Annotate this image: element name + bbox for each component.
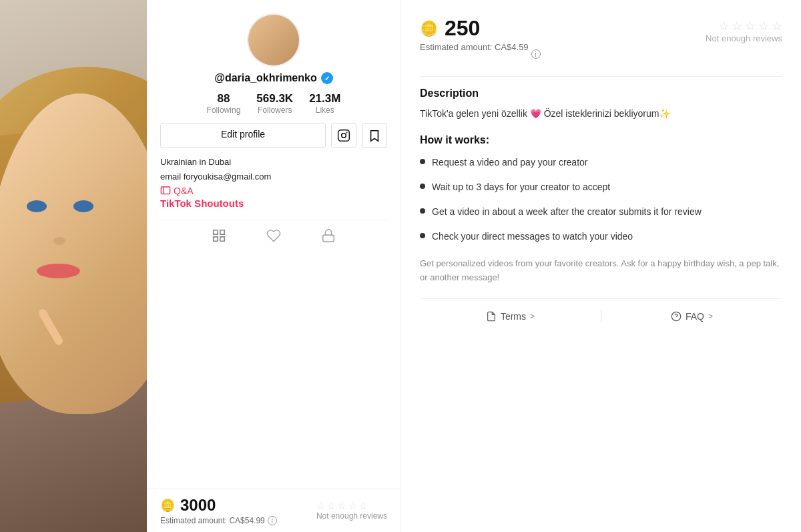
instagram-button[interactable]	[331, 123, 356, 148]
tab-icons-row	[160, 220, 387, 255]
right-not-enough-reviews: Not enough reviews	[706, 33, 782, 43]
bullet-dot-4	[420, 233, 425, 238]
tab-lock-icon[interactable]	[321, 228, 336, 247]
profile-overlay: @daria_okhrimenko ✓ 88 Following 569.3K …	[147, 0, 400, 532]
right-panel: 🪙 250 Estimated amount: CA$4.59 i ☆ ☆ ☆ …	[400, 0, 801, 532]
bullet-item-2: Wait up to 3 days for your creator to ac…	[420, 180, 782, 194]
tab-grid-icon[interactable]	[212, 228, 226, 247]
footer-links: Terms > FAQ >	[420, 298, 782, 323]
bullet-dot-1	[420, 159, 425, 164]
bullet-list: Request a video and pay your creator Wai…	[420, 156, 782, 244]
shoutouts-link[interactable]: TikTok Shoutouts	[160, 198, 387, 209]
bullet-item-4: Check your direct messages to watch your…	[420, 230, 782, 244]
bullet-dot-2	[420, 184, 425, 189]
description-title: Description	[420, 87, 782, 99]
qa-label: Q&A	[174, 186, 194, 196]
stars-row: ☆ ☆ ☆ ☆ ☆	[316, 501, 387, 511]
not-enough-reviews: Not enough reviews	[316, 511, 387, 521]
avatar	[247, 13, 300, 67]
bullet-dot-3	[420, 208, 425, 214]
left-panel: @daria_okhrimenko ✓ 88 Following 569.3K …	[0, 0, 400, 532]
faq-chevron: >	[708, 312, 713, 321]
bio-line-2: email foryoukisa@gmail.com	[160, 171, 387, 183]
svg-point-2	[346, 131, 348, 133]
stat-followers: 569.3K Followers	[256, 92, 293, 115]
tab-heart-icon[interactable]	[266, 228, 281, 247]
bio-line-1: Ukrainian in Dubai	[160, 156, 387, 168]
right-price-number: 250	[445, 16, 480, 41]
estimated-amount: Estimated amount: CA$54.99	[160, 516, 265, 525]
right-coin-icon: 🪙	[420, 20, 438, 37]
star-2: ☆	[327, 501, 336, 511]
divider-1	[420, 76, 782, 77]
right-star-1: ☆	[718, 19, 729, 33]
how-it-works-title: How it works:	[420, 134, 782, 146]
bullet-text-2: Wait up to 3 days for your creator to ac…	[432, 180, 610, 194]
likes-count: 21.3M	[309, 92, 340, 105]
username-row: @daria_okhrimenko ✓	[214, 72, 332, 84]
svg-point-1	[342, 134, 346, 138]
faq-icon	[671, 311, 682, 322]
verified-badge: ✓	[321, 72, 333, 84]
faq-label: FAQ	[686, 311, 704, 322]
how-it-works-section: How it works: Request a video and pay yo…	[420, 134, 782, 244]
terms-chevron: >	[530, 312, 535, 321]
content-tabs	[160, 220, 387, 255]
likes-label: Likes	[316, 105, 334, 115]
followers-count: 569.3K	[256, 92, 293, 105]
terms-icon	[486, 311, 497, 322]
svg-rect-4	[323, 235, 334, 242]
star-3: ☆	[338, 501, 346, 511]
special-links: Q&A TikTok Shoutouts	[160, 186, 387, 209]
terms-label: Terms	[501, 311, 526, 322]
right-estimated: Estimated amount: CA$4.59	[420, 42, 529, 52]
stats-row: 88 Following 569.3K Followers 21.3M Like…	[207, 92, 341, 115]
star-5: ☆	[359, 501, 368, 511]
action-row: Edit profile	[160, 123, 387, 148]
qa-link[interactable]: Q&A	[160, 186, 387, 196]
bullet-item-3: Get a video in about a week after the cr…	[420, 205, 782, 219]
bullet-text-3: Get a video in about a week after the cr…	[432, 205, 702, 219]
description-text: TikTok'a gelen yeni özellik 💗 Özel istek…	[420, 106, 782, 121]
star-4: ☆	[348, 501, 357, 511]
following-count: 88	[218, 92, 230, 105]
right-info-icon: i	[531, 49, 541, 59]
promo-text: Get personalized videos from your favori…	[420, 257, 782, 285]
svg-rect-0	[338, 130, 350, 142]
username-text: @daria_okhrimenko	[214, 72, 316, 84]
edit-profile-button[interactable]: Edit profile	[160, 123, 326, 148]
star-1: ☆	[316, 501, 325, 511]
faq-link[interactable]: FAQ >	[601, 311, 782, 322]
right-price-row: 🪙 250	[420, 16, 541, 41]
bullet-item-1: Request a video and pay your creator	[420, 156, 782, 170]
avatar-image	[248, 15, 299, 65]
description-section: Description TikTok'a gelen yeni özellik …	[420, 87, 782, 121]
right-stars-row: ☆ ☆ ☆ ☆ ☆	[718, 19, 782, 33]
followers-label: Followers	[258, 105, 292, 115]
bullet-text-1: Request a video and pay your creator	[432, 156, 587, 170]
price-row: 🪙 3000	[160, 496, 277, 515]
right-star-4: ☆	[758, 19, 769, 33]
svg-rect-3	[161, 187, 170, 194]
right-header: 🪙 250 Estimated amount: CA$4.59 i ☆ ☆ ☆ …	[420, 16, 782, 65]
following-label: Following	[207, 105, 241, 115]
price-number: 3000	[180, 496, 216, 515]
right-star-5: ☆	[772, 19, 782, 33]
coin-icon: 🪙	[160, 498, 175, 513]
terms-link[interactable]: Terms >	[420, 311, 601, 322]
bookmark-button[interactable]	[362, 123, 387, 148]
bio-section: Ukrainian in Dubai email foryoukisa@gmai…	[160, 156, 387, 209]
right-star-2: ☆	[732, 19, 742, 33]
bottom-price-card: 🪙 3000 Estimated amount: CA$54.99 i ☆ ☆ …	[147, 489, 400, 532]
stat-likes: 21.3M Likes	[309, 92, 340, 115]
info-icon: i	[268, 516, 277, 525]
svg-point-5	[672, 312, 680, 320]
right-star-3: ☆	[745, 19, 756, 33]
bullet-text-4: Check your direct messages to watch your…	[432, 230, 633, 244]
stat-following: 88 Following	[207, 92, 241, 115]
